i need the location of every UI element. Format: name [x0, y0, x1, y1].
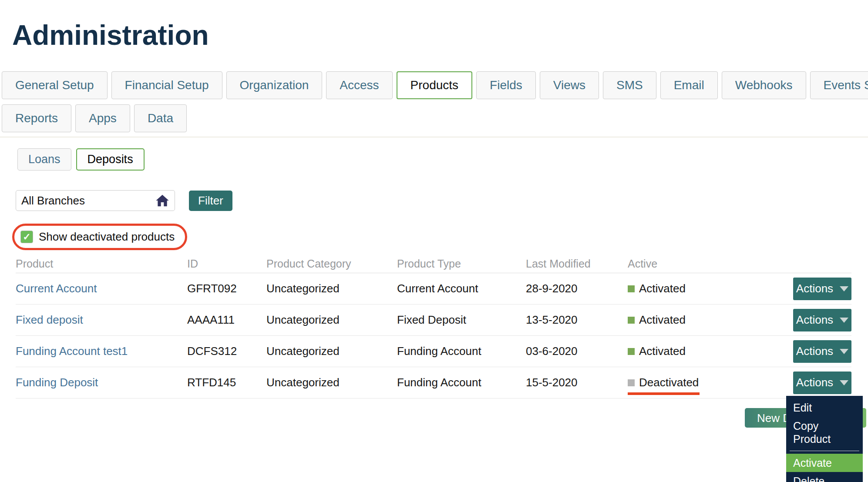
product-type: Fixed Deposit: [397, 313, 526, 327]
header-id: ID: [187, 258, 266, 270]
status-square-icon: [628, 285, 635, 292]
menu-item-activate[interactable]: Activate: [786, 454, 863, 472]
product-subtabs: Loans Deposits: [17, 148, 145, 171]
product-id: DCFS312: [187, 345, 266, 358]
tab-sms[interactable]: SMS: [603, 71, 656, 99]
chevron-down-icon: [840, 286, 848, 291]
product-id: GFRT092: [187, 282, 266, 295]
status-square-icon: [628, 379, 635, 386]
tab-fields[interactable]: Fields: [476, 71, 536, 99]
table-header-row: Product ID Product Category Product Type…: [16, 258, 851, 273]
main-tabs-row-1: General Setup Financial Setup Organizati…: [2, 71, 868, 99]
status-square-icon: [628, 348, 635, 355]
product-id: AAAA111: [187, 313, 266, 327]
tab-access[interactable]: Access: [326, 71, 392, 99]
tab-products[interactable]: Products: [397, 71, 473, 99]
menu-item-edit[interactable]: Edit: [786, 398, 863, 417]
chevron-down-icon: [840, 318, 848, 323]
status-label: Activated: [639, 282, 686, 295]
table-row: Fixed deposit AAAA111 Uncategorized Fixe…: [16, 305, 851, 336]
menu-divider: [790, 451, 859, 451]
page-title: Administration: [12, 16, 209, 54]
status-label: Activated: [639, 345, 686, 358]
main-tabs-row-2: Reports Apps Data: [2, 104, 187, 132]
product-category: Uncategorized: [266, 282, 397, 295]
actions-button[interactable]: Actions: [793, 340, 851, 363]
tab-general-setup[interactable]: General Setup: [2, 71, 108, 99]
menu-item-delete[interactable]: Delete: [786, 472, 863, 482]
actions-label: Actions: [796, 345, 833, 358]
show-deactivated-label: Show deactivated products: [39, 230, 175, 244]
status-label: Deactivated: [639, 376, 699, 389]
section-divider: [0, 137, 868, 137]
product-category: Uncategorized: [266, 345, 397, 358]
product-category: Uncategorized: [266, 313, 397, 327]
actions-dropdown-menu: Edit Copy Product Activate Delete: [786, 396, 863, 482]
show-deactivated-annotation-oval: ✓ Show deactivated products: [12, 224, 187, 250]
header-last-modified: Last Modified: [526, 258, 628, 270]
tab-data[interactable]: Data: [134, 104, 187, 132]
header-product: Product: [16, 258, 187, 270]
product-link[interactable]: Current Account: [16, 282, 97, 295]
actions-label: Actions: [796, 282, 833, 295]
branch-selector[interactable]: All Branches: [16, 190, 175, 211]
product-link[interactable]: Funding Account test1: [16, 345, 128, 358]
branch-selector-value: All Branches: [21, 194, 85, 208]
actions-button[interactable]: Actions: [793, 278, 851, 300]
product-category: Uncategorized: [266, 376, 397, 389]
header-product-type: Product Type: [397, 258, 526, 270]
tab-views[interactable]: Views: [540, 71, 599, 99]
product-type: Funding Account: [397, 376, 526, 389]
tab-webhooks[interactable]: Webhooks: [722, 71, 806, 99]
show-deactivated-checkbox[interactable]: ✓: [20, 231, 33, 243]
table-row: Funding Account test1 DCFS312 Uncategori…: [16, 336, 851, 367]
tab-apps[interactable]: Apps: [75, 104, 130, 132]
filter-button[interactable]: Filter: [189, 191, 232, 211]
tab-events-streaming[interactable]: Events Streaming: [810, 71, 868, 99]
status-badge-deactivated-annotated: Deactivated: [628, 376, 699, 389]
last-modified: 28-9-2020: [526, 282, 628, 295]
actions-button[interactable]: Actions: [793, 309, 851, 331]
status-badge: Activated: [628, 282, 686, 295]
subtab-deposits[interactable]: Deposits: [76, 148, 145, 171]
actions-button-open[interactable]: Actions: [793, 372, 851, 394]
header-active: Active: [628, 258, 735, 270]
home-icon: [155, 194, 169, 207]
product-id: RTFD145: [187, 376, 266, 389]
tab-financial-setup[interactable]: Financial Setup: [111, 71, 222, 99]
chevron-down-icon: [840, 380, 848, 385]
actions-label: Actions: [796, 313, 833, 327]
actions-label: Actions: [796, 376, 833, 389]
status-badge: Activated: [628, 313, 686, 327]
products-table: Product ID Product Category Product Type…: [16, 258, 851, 398]
last-modified: 15-5-2020: [526, 376, 628, 389]
tab-email[interactable]: Email: [660, 71, 718, 99]
status-label: Activated: [639, 313, 686, 327]
tab-organization[interactable]: Organization: [226, 71, 323, 99]
status-badge: Activated: [628, 345, 686, 358]
subtab-loans[interactable]: Loans: [17, 148, 71, 171]
menu-item-copy-product[interactable]: Copy Product: [786, 417, 863, 448]
status-square-icon: [628, 317, 635, 324]
chevron-down-icon: [840, 349, 848, 354]
tab-reports[interactable]: Reports: [2, 104, 71, 132]
product-link[interactable]: Funding Deposit: [16, 376, 98, 389]
last-modified: 03-6-2020: [526, 345, 628, 358]
header-product-category: Product Category: [266, 258, 397, 270]
product-type: Current Account: [397, 282, 526, 295]
product-type: Funding Account: [397, 345, 526, 358]
table-row: Current Account GFRT092 Uncategorized Cu…: [16, 273, 851, 305]
last-modified: 13-5-2020: [526, 313, 628, 327]
table-row: Funding Deposit RTFD145 Uncategorized Fu…: [16, 367, 851, 398]
product-link[interactable]: Fixed deposit: [16, 313, 83, 326]
